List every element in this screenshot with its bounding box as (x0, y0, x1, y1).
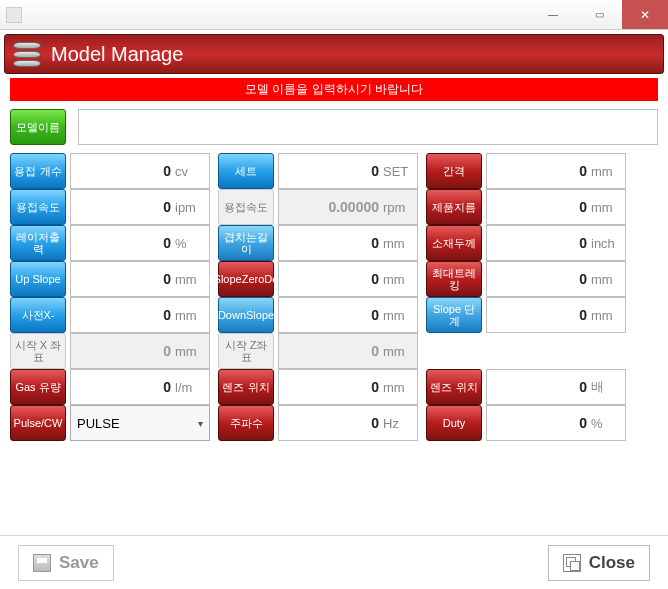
form-cell: 세트0SET (218, 153, 418, 189)
unit-text: % (591, 416, 619, 431)
value-input[interactable]: 0mm (486, 189, 626, 225)
form-cell: UpSlopeZeroDelay0mm (218, 261, 418, 297)
input-model-name[interactable] (78, 109, 658, 145)
unit-text: mm (175, 308, 203, 323)
notice-bar: 모델 이름을 입력하시기 바랍니다 (10, 78, 658, 101)
unit-text: SET (383, 164, 411, 179)
form-row: Gas 유량0l/m렌즈 위치0mm렌즈 위치0배 (10, 369, 658, 405)
field-label: 렌즈 위치 (218, 369, 274, 405)
window-titlebar (0, 0, 668, 30)
value-input[interactable]: 0mm (278, 369, 418, 405)
value-text: 0 (371, 235, 379, 251)
chevron-down-icon: ▾ (198, 418, 203, 429)
form-cell: 제품지름0mm (426, 189, 626, 225)
field-label: 용접 개수 (10, 153, 66, 189)
value-input[interactable]: 0mm (278, 261, 418, 297)
value-input[interactable]: 0mm (486, 153, 626, 189)
value-text: 0 (371, 415, 379, 431)
unit-text: mm (591, 272, 619, 287)
field-label: 시작 Z좌표 (218, 333, 274, 369)
unit-text: mm (591, 164, 619, 179)
form-cell: Slope 단계0mm (426, 297, 626, 333)
form-grid: 모델이름 용접 개수0cv세트0SET간격0mm용접속도0ipm용접속도0.00… (0, 105, 668, 445)
value-text: 0 (163, 271, 171, 287)
value-input: 0mm (70, 333, 210, 369)
field-label: Pulse/CW (10, 405, 66, 441)
value-text: 0 (163, 379, 171, 395)
value-text: 0 (579, 271, 587, 287)
form-cell: 간격0mm (426, 153, 626, 189)
value-input[interactable]: 0cv (70, 153, 210, 189)
field-label: 시작 X 좌표 (10, 333, 66, 369)
window-minimize-button[interactable] (530, 0, 576, 29)
value-input[interactable]: 0mm (486, 297, 626, 333)
form-cell: 겹치는길이0mm (218, 225, 418, 261)
value-input[interactable]: 0mm (278, 225, 418, 261)
field-label: 간격 (426, 153, 482, 189)
value-input[interactable]: 0l/m (70, 369, 210, 405)
value-text: 0 (579, 235, 587, 251)
value-text: 0 (579, 415, 587, 431)
value-input[interactable]: 0mm (486, 261, 626, 297)
unit-text: cv (175, 164, 203, 179)
form-row: 시작 X 좌표0mm시작 Z좌표0mm (10, 333, 658, 369)
value-text: 0 (579, 379, 587, 395)
field-label: UpSlopeZeroDelay (218, 261, 274, 297)
form-cell: 렌즈 위치0배 (426, 369, 626, 405)
unit-text: mm (591, 200, 619, 215)
value-input[interactable]: 0Hz (278, 405, 418, 441)
unit-text: Hz (383, 416, 411, 431)
value-text: 0 (579, 163, 587, 179)
form-cell: 최대트레킹0mm (426, 261, 626, 297)
value-input[interactable]: 0mm (70, 297, 210, 333)
close-icon (563, 554, 581, 572)
value-input[interactable]: 0mm (278, 297, 418, 333)
value-text: 0 (371, 271, 379, 287)
close-label: Close (589, 553, 635, 573)
value-input[interactable]: 0% (70, 225, 210, 261)
value-text: 0 (163, 307, 171, 323)
form-cell: Gas 유량0l/m (10, 369, 210, 405)
footer: Save Close (0, 535, 668, 589)
form-row: Pulse/CWPULSE▾주파수0HzDuty0% (10, 405, 658, 441)
field-label: Up Slope (10, 261, 66, 297)
value-input[interactable]: 0% (486, 405, 626, 441)
app-icon (6, 7, 22, 23)
field-label: 주파수 (218, 405, 274, 441)
select-pulse-cw[interactable]: PULSE▾ (70, 405, 210, 441)
value-text: 0.00000 (328, 199, 379, 215)
unit-text: mm (383, 344, 411, 359)
value-text: 0 (371, 343, 379, 359)
unit-text: 배 (591, 378, 619, 396)
window-close-button[interactable] (622, 0, 668, 29)
select-value: PULSE (77, 416, 120, 431)
field-label: 레이저출력 (10, 225, 66, 261)
form-cell: DownSlope0mm (218, 297, 418, 333)
field-label: 세트 (218, 153, 274, 189)
value-input[interactable]: 0inch (486, 225, 626, 261)
close-button[interactable]: Close (548, 545, 650, 581)
form-row: Up Slope0mmUpSlopeZeroDelay0mm최대트레킹0mm (10, 261, 658, 297)
value-text: 0 (371, 163, 379, 179)
unit-text: mm (383, 272, 411, 287)
value-input[interactable]: 0배 (486, 369, 626, 405)
save-button[interactable]: Save (18, 545, 114, 581)
field-label: Duty (426, 405, 482, 441)
window-maximize-button[interactable] (576, 0, 622, 29)
value-input[interactable]: 0ipm (70, 189, 210, 225)
field-label: 용접속도 (218, 189, 274, 225)
form-cell: Pulse/CWPULSE▾ (10, 405, 210, 441)
form-cell: 주파수0Hz (218, 405, 418, 441)
field-label: DownSlope (218, 297, 274, 333)
unit-text: mm (591, 308, 619, 323)
value-text: 0 (163, 343, 171, 359)
field-label: Gas 유량 (10, 369, 66, 405)
form-row: 레이저출력0%겹치는길이0mm소재두께0inch (10, 225, 658, 261)
label-model-name: 모델이름 (10, 109, 66, 145)
form-cell: 용접 개수0cv (10, 153, 210, 189)
value-input[interactable]: 0SET (278, 153, 418, 189)
unit-text: mm (383, 236, 411, 251)
field-label: 제품지름 (426, 189, 482, 225)
value-input[interactable]: 0mm (70, 261, 210, 297)
value-text: 0 (163, 199, 171, 215)
